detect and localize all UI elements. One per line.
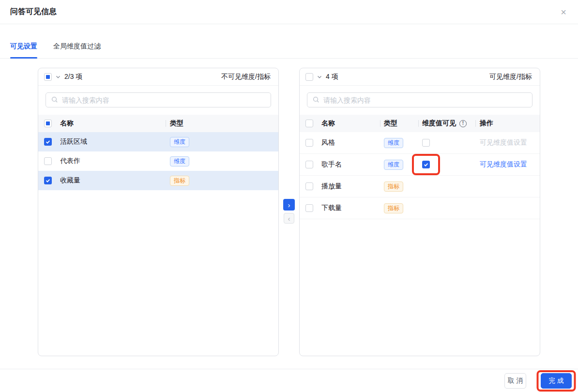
search-box [46, 92, 271, 107]
visible-dim-value-settings-link[interactable]: 可见维度值设置 [480, 160, 527, 169]
tab-global-dim-filter[interactable]: 全局维度值过滤 [53, 42, 101, 58]
row-name: 代表作 [58, 157, 166, 166]
row-checkbox[interactable] [44, 157, 52, 165]
row-name: 活跃区域 [58, 137, 166, 146]
row-checkbox[interactable] [44, 177, 52, 184]
type-tag-metric: 指标 [384, 181, 403, 192]
dim-value-visible-checkbox[interactable] [422, 161, 430, 168]
table-row[interactable]: 风格 维度 可见维度值设置 [300, 132, 540, 154]
type-tag-metric: 指标 [170, 176, 189, 186]
table-row[interactable]: 下载量 指标 [300, 197, 540, 219]
info-icon[interactable]: ! [459, 120, 467, 127]
row-name: 收藏量 [58, 176, 166, 185]
visible-panel-label: 可见维度/指标 [489, 73, 532, 81]
table-row[interactable]: 歌手名 维度 可见维度值设置 [300, 154, 540, 176]
row-checkbox[interactable] [305, 182, 313, 190]
item-count: 4 项 [326, 73, 338, 81]
type-tag-dimension: 维度 [384, 160, 403, 170]
done-button[interactable]: 完 成 [541, 373, 572, 389]
row-name: 播放量 [319, 182, 380, 191]
header-select-checkbox[interactable] [44, 120, 52, 127]
close-icon[interactable]: × [557, 5, 570, 19]
type-tag-dimension: 维度 [170, 156, 189, 166]
table-row[interactable]: 播放量 指标 [300, 176, 540, 197]
dialog-header: 问答可见信息 × [0, 0, 578, 24]
row-checkbox[interactable] [44, 138, 52, 146]
dim-visible-label: 维度值可见 [422, 119, 456, 128]
column-header-dim-visible: 维度值可见 ! [418, 119, 475, 128]
selected-count: 2/3 项 [64, 73, 82, 81]
invisible-panel-label: 不可见维度/指标 [221, 73, 271, 81]
tab-visible-settings[interactable]: 可见设置 [10, 42, 37, 58]
row-checkbox[interactable] [305, 204, 313, 212]
column-header-type: 类型 [380, 119, 418, 128]
search-input[interactable] [307, 92, 532, 107]
row-name: 歌手名 [319, 160, 380, 169]
move-right-button[interactable]: › [283, 199, 295, 211]
visible-panel: 4 项 可见维度/指标 名称 类型 维度值可见 ! 操作 风格 维度 可见维度值… [299, 68, 540, 356]
type-tag-dimension: 维度 [384, 138, 403, 148]
table-row[interactable]: 代表作 维度 [38, 151, 278, 171]
visible-panel-header: 4 项 可见维度/指标 [300, 68, 540, 86]
row-checkbox[interactable] [305, 161, 313, 168]
visible-dim-value-settings-link: 可见维度值设置 [480, 138, 527, 147]
type-tag-dimension: 维度 [170, 137, 189, 147]
invisible-panel: 2/3 项 不可见维度/指标 名称 类型 活跃区域 维度 代表作 维度 [38, 68, 279, 356]
cancel-button[interactable]: 取 消 [504, 373, 526, 389]
table-row[interactable]: 活跃区域 维度 [38, 132, 278, 151]
table-header: 名称 类型 [38, 115, 278, 132]
row-checkbox[interactable] [305, 139, 313, 147]
table-header: 名称 类型 维度值可见 ! 操作 [300, 115, 540, 132]
row-name: 下载量 [319, 204, 380, 212]
dialog-title: 问答可见信息 [10, 7, 57, 17]
dim-value-visible-checkbox[interactable] [422, 139, 430, 147]
search-input[interactable] [46, 92, 271, 107]
chevron-down-icon[interactable] [317, 74, 322, 80]
move-left-button: ‹ [284, 213, 294, 224]
header-select-checkbox[interactable] [305, 120, 313, 127]
type-tag-metric: 指标 [384, 203, 403, 213]
table-row[interactable]: 收藏量 指标 [38, 171, 278, 190]
select-all-checkbox[interactable] [44, 73, 52, 81]
select-all-checkbox[interactable] [305, 73, 313, 81]
invisible-panel-header: 2/3 项 不可见维度/指标 [38, 68, 278, 86]
column-header-name: 名称 [58, 119, 166, 128]
chevron-down-icon[interactable] [55, 74, 61, 80]
search-box [307, 92, 532, 107]
column-header-name: 名称 [319, 119, 380, 128]
column-header-action: 操作 [475, 119, 540, 128]
dialog-footer: 取 消 完 成 [0, 369, 578, 392]
tab-bar: 可见设置 全局维度值过滤 [0, 25, 578, 59]
column-header-type: 类型 [166, 119, 278, 128]
row-name: 风格 [319, 138, 380, 147]
qa-visible-info-dialog: 问答可见信息 × 可见设置 全局维度值过滤 2/3 项 不可见维度/指标 名称 … [0, 0, 578, 392]
